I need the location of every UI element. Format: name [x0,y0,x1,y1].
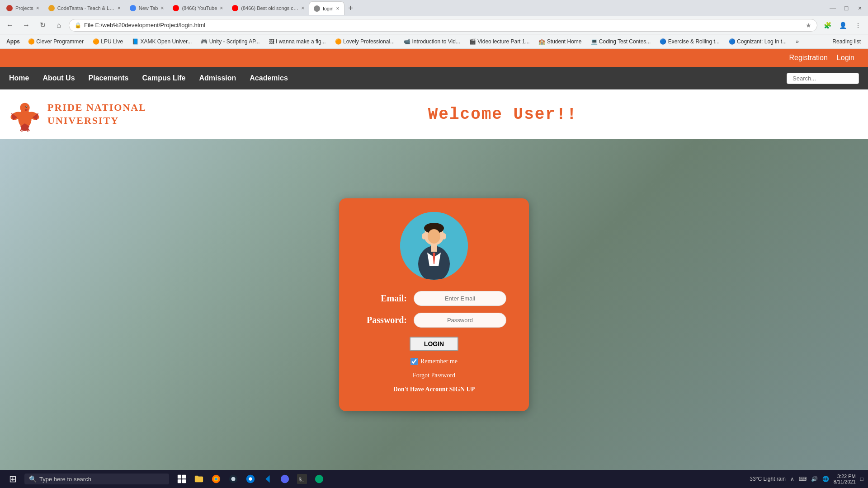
home-button[interactable]: ⌂ [52,19,65,32]
registration-link[interactable]: Registration [789,54,827,62]
bookmark-more[interactable]: » [792,37,802,46]
windows-start-button[interactable]: ⊞ [5,471,21,487]
address-input[interactable]: 🔒 File E:/web%20development/Project/logi… [69,19,817,32]
vscode-button[interactable] [260,472,275,486]
nav-placements[interactable]: Placements [89,74,129,82]
edge-button[interactable] [243,472,258,486]
taskbar-search-text: Type here to search [39,476,91,483]
maximize-button[interactable]: □ [840,2,853,14]
profile-button[interactable]: 👤 [836,19,849,32]
close-button[interactable]: × [854,2,866,14]
taskbar-search-icon: 🔍 [29,475,37,483]
university-name: PRIDE NATIONAL UNIVERSITY [47,101,146,127]
forgot-password-link[interactable]: Forgot Password [413,372,455,379]
svg-line-11 [22,127,22,132]
bookmark-xamk[interactable]: 📘 XAMK Open Univer... [128,37,195,46]
taskbar-pinned-icons: $_ [175,472,326,486]
file-explorer-button[interactable] [192,472,206,486]
tab-label-newtab: New Tab [139,5,158,11]
bookmark-lpu[interactable]: 🟠 LPU Live [89,37,127,46]
tab-favicon-projects [6,5,13,11]
svg-point-4 [26,106,27,107]
browser-action-buttons: 🧩 👤 ⋮ [821,19,864,32]
tab-login[interactable]: login × [309,1,344,15]
login-link[interactable]: Login [837,54,854,62]
nav-search-input[interactable] [787,73,859,84]
bookmark-intro[interactable]: 📹 Introduction to Vid... [400,37,464,46]
bookmark-clever[interactable]: 🟠 Clever Programmer [24,37,87,46]
tab-close-projects[interactable]: × [36,5,39,11]
tab-close-yt1[interactable]: × [220,5,223,11]
taskbar-volume-icon[interactable]: 🔊 [811,476,818,482]
tab-projects[interactable]: Projects × [2,1,44,15]
task-view-button[interactable] [175,472,189,486]
bookmark-lovely[interactable]: 🟠 Lovely Professional... [331,37,398,46]
remember-label: Remember me [420,358,458,365]
terminal-button[interactable]: $_ [295,472,309,486]
password-input[interactable] [414,313,506,328]
bookmark-unity[interactable]: 🎮 Unity - Scripting AP... [197,37,263,46]
tab-newtab[interactable]: New Tab × [125,1,169,15]
browser2-button[interactable] [312,472,326,486]
bookmark-exercise[interactable]: 🔵 Exercise & Rolling t... [656,37,723,46]
extensions-button[interactable]: 🧩 [821,19,834,32]
taskbar-search-bar[interactable]: 🔍 Type here to search [24,474,169,484]
login-button[interactable]: LOGIN [410,337,458,351]
reload-button[interactable]: ↻ [36,19,49,32]
svg-rect-25 [182,475,186,479]
nav-aboutus[interactable]: About Us [42,74,75,82]
signup-link[interactable]: Don't Have Account SIGN UP [393,386,475,393]
main-content: PRIDE NATIONAL UNIVERSITY Welcome User!! [0,89,868,470]
password-row: Password: [362,313,506,328]
bookmark-coding[interactable]: 💻 Coding Test Contes... [587,37,655,46]
tab-close-codetantra[interactable]: × [118,5,121,11]
svg-point-33 [281,475,289,483]
tab-label-yt2: (8466) Best old songs collec... [241,5,298,11]
browser-chrome: Projects × CodeTantra - Teach & Learn × … [0,0,868,49]
apps-label: Apps [4,37,23,46]
tab-close-newtab[interactable]: × [160,5,164,11]
reading-list-button[interactable]: Reading list [829,37,864,46]
tab-youtube2[interactable]: (8466) Best old songs collec... × [227,1,309,15]
svg-point-32 [231,477,235,481]
tab-close-login[interactable]: × [336,5,340,12]
taskbar-keyboard-icon: ⌨ [799,476,807,482]
nav-bar: Home About Us Placements Campus Life Adm… [0,67,868,89]
tab-label-codetantra: CodeTantra - Teach & Learn [57,5,115,11]
svg-point-22 [422,233,426,239]
firefox-button[interactable] [209,472,223,486]
taskbar-notification-icon[interactable]: □ [860,476,863,482]
bookmark-video[interactable]: 🎬 Video lecture Part 1... [466,37,533,46]
email-input[interactable] [414,291,506,306]
browser-tabs: Projects × CodeTantra - Teach & Learn × … [0,0,868,16]
tab-close-yt2[interactable]: × [301,5,304,11]
remember-checkbox[interactable] [410,358,418,365]
forward-button[interactable]: → [20,19,33,32]
user-avatar [400,212,468,280]
avatar-svg [400,212,468,280]
discord-button[interactable] [278,472,292,486]
tab-favicon-login [314,5,320,12]
login-card: Email: Password: LOGIN Remember me Forgo… [339,198,529,411]
tab-youtube1[interactable]: (8466) YouTube × [168,1,227,15]
taskbar-network-icon[interactable]: 🌐 [822,476,829,482]
svg-point-3 [25,106,27,108]
tab-favicon-yt2 [232,5,238,11]
back-button[interactable]: ← [4,19,16,32]
taskbar-system-tray: 33°C Light rain ∧ ⌨ 🔊 🌐 3:22 PM 8/11/202… [750,474,863,484]
menu-button[interactable]: ⋮ [852,19,864,32]
taskbar-up-arrow[interactable]: ∧ [790,476,794,482]
bookmark-cognizant[interactable]: 🔵 Cognizant: Log in t... [725,37,790,46]
nav-campuslife[interactable]: Campus Life [142,74,186,82]
steam-button[interactable] [226,472,241,486]
nav-admission[interactable]: Admission [199,74,236,82]
bookmark-student[interactable]: 🏫 Student Home [535,37,585,46]
tab-codetantra[interactable]: CodeTantra - Teach & Learn × [44,1,125,15]
minimize-button[interactable]: — [826,2,839,14]
tab-add-button[interactable]: + [344,2,357,14]
taskbar-time-text: 3:22 PM [837,474,856,479]
bookmark-fig[interactable]: 🖼 I wanna make a fig... [265,37,330,46]
nav-home[interactable]: Home [9,74,29,82]
nav-academics[interactable]: Academics [250,74,288,82]
address-text: File E:/web%20development/Project/login.… [84,22,205,28]
